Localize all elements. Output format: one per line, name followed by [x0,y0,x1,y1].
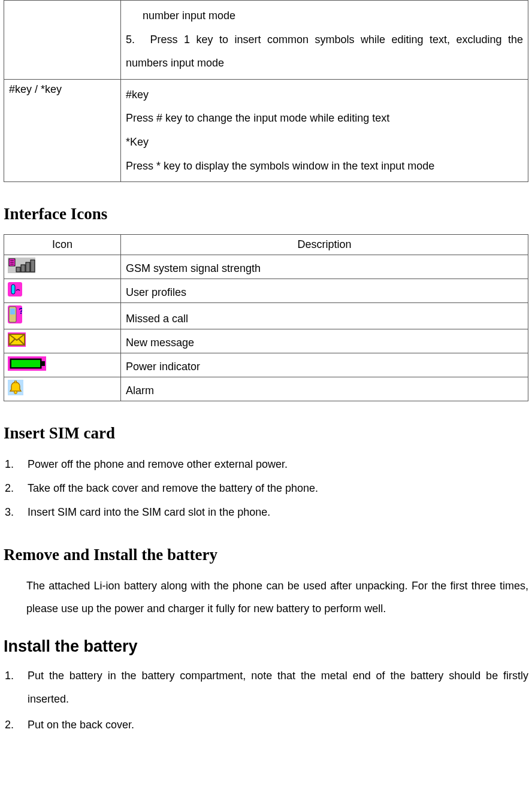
missed-call-icon: ? [8,305,22,326]
heading-insert-sim: Insert SIM card [4,424,528,443]
sim-step-1-text: Power off the phone and remove other ext… [28,458,288,470]
sim-step-2-text: Take off the back cover and remove the b… [28,482,318,494]
battery-para: The attached Li-ion battery along with t… [4,575,528,621]
keys-row1-line-indent: number input mode [126,4,523,28]
alarm-icon [8,380,23,398]
keys-row2-col2: #key Press # key to change the input mod… [121,79,528,181]
sim-step-3: 3.Insert SIM card into the SIM card slot… [5,501,528,523]
svg-rect-19 [41,361,45,366]
install-step-1-num: 1. [5,664,14,688]
svg-rect-12 [10,308,15,314]
signal-strength-icon [8,258,35,276]
svg-rect-22 [15,381,17,383]
keys-row1-num5: 5. [126,28,144,52]
keys-row2-col1: #key / *key [4,79,121,181]
icons-r1-desc: GSM system signal strength [121,255,528,279]
heading-interface-icons: Interface Icons [4,205,528,223]
install-step-1: 1.Put the battery in the battery compart… [5,664,528,712]
svg-rect-6 [21,265,25,272]
sim-steps: 1.Power off the phone and remove other e… [4,453,528,523]
keys-row1-line5: 5. Press 1 key to insert common symbols … [126,28,523,75]
power-indicator-icon [8,356,46,374]
keys-row2-p1: #key [126,83,523,107]
keys-row1-text5: Press 1 key to insert common symbols whi… [126,34,523,69]
new-message-icon [8,332,26,350]
heading-install-battery: Install the battery [4,637,528,656]
svg-point-21 [14,391,17,394]
icons-r5-desc: Power indicator [121,353,528,377]
sim-step-2-num: 2. [5,477,14,499]
svg-rect-18 [11,360,40,367]
sim-step-3-num: 3. [5,501,14,523]
svg-rect-7 [26,262,30,272]
icons-table: Icon Description GSM system signal stren… [4,234,528,401]
install-step-2: 2.Put on the back cover. [5,714,528,736]
icons-r3-desc: Missed a call [121,303,528,329]
icons-r2-desc: User profiles [121,279,528,303]
sim-step-1-num: 1. [5,453,14,475]
icons-r4-desc: New message [121,329,528,353]
svg-text:?: ? [19,306,22,316]
install-step-1-text: Put the battery in the battery compartme… [28,670,528,706]
sim-step-1: 1.Power off the phone and remove other e… [5,453,528,475]
keys-row2-p2: Press # key to change the input mode whi… [126,107,523,131]
heading-remove-install: Remove and Install the battery [4,546,528,564]
install-step-2-text: Put on the back cover. [28,719,134,731]
sim-step-3-text: Insert SIM card into the SIM card slot i… [28,506,270,518]
install-steps: 1.Put the battery in the battery compart… [4,664,528,736]
icons-r6-desc: Alarm [121,377,528,401]
keys-row2-p3: *Key [126,131,523,155]
sim-step-2: 2.Take off the back cover and remove the… [5,477,528,499]
keys-table: number input mode 5. Press 1 key to inse… [4,0,528,182]
keys-row1-col2: number input mode 5. Press 1 key to inse… [121,1,528,80]
keys-row1-col1 [4,1,121,80]
svg-rect-8 [31,260,35,272]
keys-row2-p4: Press * key to display the symbols windo… [126,155,523,178]
svg-rect-5 [16,267,20,272]
install-step-2-num: 2. [5,714,14,736]
icons-hdr-icon: Icon [4,235,121,255]
icons-hdr-desc: Description [121,235,528,255]
user-profiles-icon [8,282,22,299]
